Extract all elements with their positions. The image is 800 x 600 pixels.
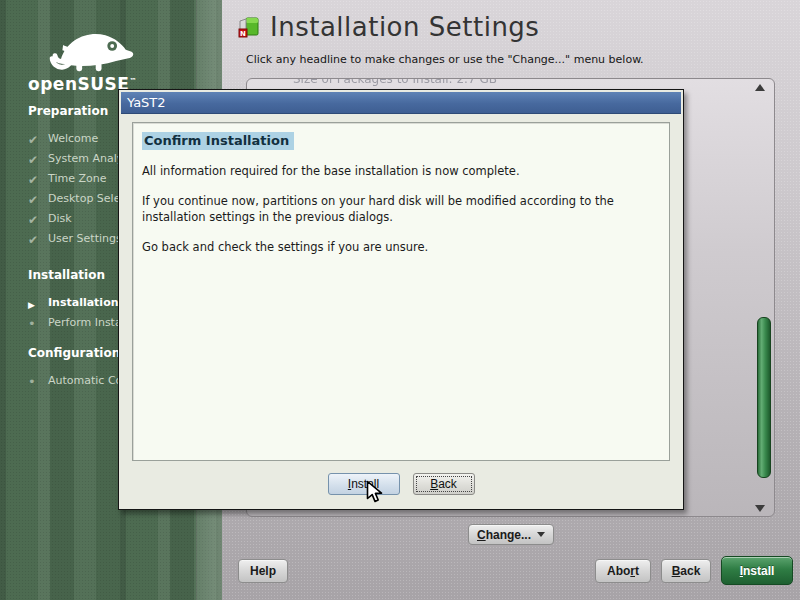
page-subtitle: Click any headline to make changes or us… (246, 53, 644, 66)
check-icon (28, 189, 48, 208)
dialog-paragraph: All information required for the base in… (142, 163, 660, 180)
sidebar-item-label: Time Zone (48, 172, 106, 185)
install-label: Install (740, 564, 775, 578)
help-label: Help (250, 564, 276, 578)
sidebar-item-label: User Settings (48, 232, 122, 245)
check-icon (28, 169, 48, 188)
sidebar-item-label: Disk (48, 212, 72, 225)
scroll-down-icon[interactable] (755, 505, 765, 512)
check-icon (28, 129, 48, 148)
package-badge-letter: N (240, 30, 246, 38)
dialog-window-title: YaST2 (127, 95, 166, 110)
dialog-heading: Confirm Installation (142, 132, 294, 150)
page-title: Installation Settings (270, 12, 539, 42)
dialog-content-panel: Confirm Installation All information req… (132, 122, 670, 461)
check-icon (28, 229, 48, 248)
back-label: Back (672, 564, 701, 578)
summary-clipped-line: Size of Packages to Install: 2.7 GB (293, 78, 497, 86)
change-menu-button[interactable]: Change... (468, 524, 554, 545)
scrollbar-thumb[interactable] (757, 317, 771, 478)
help-button[interactable]: Help (238, 559, 288, 583)
dialog-install-button[interactable]: Install (328, 473, 400, 495)
dialog-button-row: Install Back (121, 461, 681, 507)
abort-button[interactable]: Abort (595, 559, 651, 583)
page-header: N Installation Settings (236, 12, 539, 42)
arrow-right-icon (28, 293, 48, 312)
abort-label: Abort (607, 564, 639, 578)
scroll-up-icon[interactable] (755, 84, 765, 91)
trademark-mark: ™ (129, 77, 137, 85)
change-menu-label: Change... (477, 528, 531, 542)
dialog-paragraph: If you continue now, partitions on your … (142, 193, 660, 226)
check-icon (28, 209, 48, 228)
dialog-paragraph: Go back and check the settings if you ar… (142, 239, 660, 256)
sidebar-item-label: Welcome (48, 132, 98, 145)
dialog-back-label: Back (430, 477, 457, 491)
check-icon (28, 149, 48, 168)
chameleon-icon (28, 14, 146, 76)
yast2-confirm-dialog: YaST2 Confirm Installation All informati… (118, 89, 684, 510)
dialog-titlebar[interactable]: YaST2 (121, 92, 681, 114)
package-icon: N (236, 14, 262, 40)
opensuse-logo: openSUSE™ (28, 14, 178, 94)
install-button[interactable]: Install (721, 556, 793, 585)
chevron-down-icon (537, 532, 545, 537)
dialog-back-button[interactable]: Back (413, 473, 475, 495)
mouse-cursor-icon (366, 480, 384, 506)
back-button[interactable]: Back (661, 559, 711, 583)
bullet-icon (28, 313, 48, 332)
bullet-icon (28, 371, 48, 390)
